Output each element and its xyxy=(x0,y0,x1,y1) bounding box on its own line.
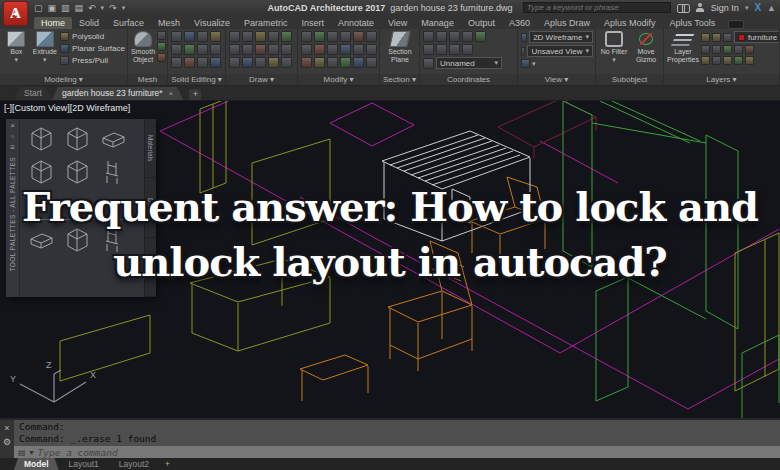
box-button[interactable]: Box ▾ xyxy=(3,31,30,64)
tab-aplus-modify[interactable]: Aplus Modify xyxy=(597,17,663,29)
command-customize-icon[interactable]: ⚙ xyxy=(3,437,11,447)
ucs-tool-icon[interactable] xyxy=(436,44,447,55)
line-icon[interactable] xyxy=(229,31,240,42)
layer-tool-icon[interactable] xyxy=(723,56,732,65)
draw-tool-icon[interactable] xyxy=(281,31,292,42)
ucs-tool-icon[interactable] xyxy=(462,31,473,42)
draw-tool-icon[interactable] xyxy=(281,44,292,55)
draw-tool-icon[interactable] xyxy=(255,44,266,55)
tab-mesh[interactable]: Mesh xyxy=(151,17,187,29)
redo-icon[interactable]: ↷ xyxy=(109,3,117,13)
palette-autohide-icon[interactable]: ▫ xyxy=(11,132,14,141)
viewport-controls[interactable]: [-][Custom View][2D Wireframe] xyxy=(4,103,130,113)
polysolid-button[interactable]: Polysolid xyxy=(60,31,125,42)
solid-tool-icon[interactable] xyxy=(184,57,195,68)
tab-layout1[interactable]: Layout1 xyxy=(59,458,109,470)
search-binoculars-icon[interactable] xyxy=(677,4,690,12)
layer-tool-icon[interactable] xyxy=(701,56,710,65)
draw-tool-icon[interactable] xyxy=(242,57,253,68)
file-tab-close-icon[interactable]: × xyxy=(169,89,174,98)
palette-properties-icon[interactable]: ≡ xyxy=(10,143,15,152)
mesh-tool-icon[interactable] xyxy=(157,42,166,51)
layer-lock-icon[interactable] xyxy=(723,33,732,42)
visual-style-combo[interactable]: 2D Wireframe ▾ xyxy=(529,31,593,43)
view-panel-label[interactable]: View ▾ xyxy=(518,74,595,85)
hatch-icon[interactable] xyxy=(255,57,266,68)
erase-icon[interactable] xyxy=(301,57,312,68)
section-panel-label[interactable]: Section ▾ xyxy=(380,74,419,85)
current-layer-combo[interactable]: furniture ▾ xyxy=(734,31,780,43)
array-icon[interactable] xyxy=(353,57,364,68)
tab-home[interactable]: Home xyxy=(34,17,72,29)
tab-view[interactable]: View xyxy=(381,17,414,29)
layer-properties-button[interactable]: Layer Properties xyxy=(667,31,699,64)
sign-in-user-icon[interactable] xyxy=(696,3,705,12)
tab-aplus-tools[interactable]: Aplus Tools xyxy=(663,17,723,29)
block-tool-cabinet[interactable] xyxy=(28,124,55,153)
solid-tool-icon[interactable] xyxy=(197,44,208,55)
ucs-tool-icon[interactable] xyxy=(449,31,460,42)
layer-tool-icon[interactable] xyxy=(734,56,743,65)
application-menu-button[interactable]: A▾ xyxy=(3,1,28,26)
undo-caret-icon[interactable]: ▾ xyxy=(101,4,105,12)
modify-tool-icon[interactable] xyxy=(366,31,377,42)
modify-tool-icon[interactable] xyxy=(340,44,351,55)
command-close-icon[interactable]: × xyxy=(4,423,9,433)
file-tab-active-drawing[interactable]: garden house 23 furniture* × xyxy=(52,87,183,100)
ucs-world-icon[interactable] xyxy=(436,31,447,42)
file-tab-start[interactable]: Start xyxy=(14,87,52,100)
move-icon[interactable] xyxy=(301,31,312,42)
save-file-icon[interactable]: ▥ xyxy=(61,3,70,13)
undo-icon[interactable]: ↶ xyxy=(88,3,96,13)
modify-tool-icon[interactable] xyxy=(366,44,377,55)
tab-parametric[interactable]: Parametric xyxy=(237,17,295,29)
draw-tool-icon[interactable] xyxy=(268,57,279,68)
tab-solid[interactable]: Solid xyxy=(72,17,106,29)
modify-tool-icon[interactable] xyxy=(314,57,325,68)
subtract-icon[interactable] xyxy=(171,44,182,55)
ucs-tool-icon[interactable] xyxy=(449,44,460,55)
command-input[interactable] xyxy=(38,447,776,458)
mesh-panel-label[interactable]: Mesh xyxy=(128,74,167,85)
mesh-tool-icon[interactable] xyxy=(157,31,166,40)
mirror-icon[interactable] xyxy=(327,44,338,55)
coordinates-panel-label[interactable]: Coordinates xyxy=(420,74,517,85)
modify-tool-icon[interactable] xyxy=(314,44,325,55)
layer-tool-icon[interactable] xyxy=(701,45,710,54)
tab-output[interactable]: Output xyxy=(461,17,502,29)
help-search-input[interactable] xyxy=(523,2,671,13)
presspull-button[interactable]: Press/Pull xyxy=(60,55,125,66)
intersect-icon[interactable] xyxy=(171,57,182,68)
rotate-icon[interactable] xyxy=(327,31,338,42)
tab-layout2[interactable]: Layout2 xyxy=(109,458,159,470)
new-layout-button[interactable]: + xyxy=(159,458,176,470)
layer-tool-icon[interactable] xyxy=(723,45,732,54)
planar-surface-button[interactable]: Planar Surface xyxy=(60,43,125,54)
tab-annotate[interactable]: Annotate xyxy=(331,17,381,29)
ucs-name-combo[interactable]: Unnamed ▾ xyxy=(436,57,502,69)
arc-icon[interactable] xyxy=(242,31,253,42)
command-keyboard-icon[interactable]: ▤ xyxy=(18,448,26,457)
layer-tool-icon[interactable] xyxy=(745,56,754,65)
command-recent-caret-icon[interactable]: ▾ xyxy=(30,448,34,457)
modify-tool-icon[interactable] xyxy=(366,57,377,68)
layer-tool-icon[interactable] xyxy=(745,45,754,54)
draw-tool-icon[interactable] xyxy=(281,57,292,68)
modify-tool-icon[interactable] xyxy=(353,31,364,42)
fillet-icon[interactable] xyxy=(353,44,364,55)
plot-icon[interactable]: ▤ xyxy=(75,3,84,13)
layer-tool-icon[interactable] xyxy=(734,45,743,54)
solid-tool-icon[interactable] xyxy=(210,44,221,55)
solid-tool-icon[interactable] xyxy=(197,57,208,68)
block-tool-sink[interactable] xyxy=(100,124,127,153)
tab-model[interactable]: Model xyxy=(14,458,59,470)
section-plane-button[interactable]: Section Plane xyxy=(385,31,416,64)
viewport-config-icon[interactable] xyxy=(521,59,530,68)
subobject-panel-label[interactable]: Subobject xyxy=(596,74,663,85)
draw-tool-icon[interactable] xyxy=(268,44,279,55)
tab-a360[interactable]: A360 xyxy=(502,17,537,29)
tab-visualize[interactable]: Visualize xyxy=(187,17,237,29)
tab-aplus-draw[interactable]: Aplus Draw xyxy=(537,17,597,29)
ucs-tool-icon[interactable] xyxy=(423,58,434,69)
solid-tool-icon[interactable] xyxy=(210,57,221,68)
